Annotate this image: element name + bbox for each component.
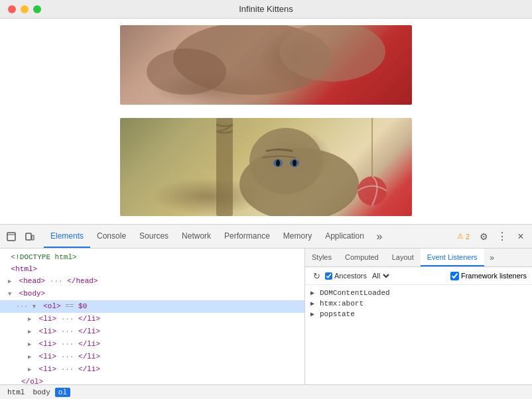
tab-network[interactable]: Network	[175, 225, 218, 248]
svg-point-8	[358, 176, 387, 205]
tab-performance[interactable]: Performance	[218, 225, 277, 248]
svg-point-7	[249, 128, 322, 194]
styles-tabs: Styles Computed Layout Event Listeners »	[305, 249, 532, 267]
elem-li-1[interactable]: ▶ <li> ··· </li>	[0, 313, 304, 325]
expand-arrow: ▶	[28, 327, 34, 337]
tab-styles[interactable]: Styles	[305, 249, 338, 266]
expand-arrow: ▶	[28, 339, 34, 350]
elem-li-4[interactable]: ▶ <li> ··· </li>	[0, 351, 304, 363]
inspect-icon-button[interactable]	[3, 228, 20, 245]
breadcrumb-ol[interactable]: ol	[55, 388, 70, 397]
framework-listeners-item: Framework listeners	[450, 272, 527, 280]
tab-application[interactable]: Application	[318, 225, 371, 248]
ancestors-label: Ancestors	[334, 272, 367, 280]
breadcrumb-bar: html body ol	[0, 384, 532, 399]
refresh-icon: ↻	[313, 271, 320, 281]
svg-point-12	[276, 160, 280, 166]
ancestors-checkbox-item: Ancestors	[325, 272, 367, 280]
settings-icon: ⚙	[480, 231, 488, 242]
expand-arrow: ▶	[8, 276, 15, 287]
elem-body[interactable]: ▼ <body>	[0, 288, 304, 300]
collapse-arrow-icon: ▶	[310, 310, 317, 318]
svg-rect-4	[120, 25, 412, 105]
close-devtools-icon: ×	[517, 231, 523, 243]
framework-listeners-checkbox[interactable]	[450, 272, 459, 280]
expand-arrow: ▼	[8, 289, 15, 300]
collapse-arrow-icon: ▶	[310, 289, 317, 297]
elements-panel[interactable]: <!DOCTYPE html> <html> ▶ <head> ··· </he…	[0, 249, 305, 384]
ancestors-checkbox[interactable]	[325, 272, 332, 280]
event-list: ▶ DOMContentLoaded ▶ htmx:abort ▶ popsta…	[305, 285, 532, 322]
window-controls	[8, 5, 41, 13]
cat-svg-2	[120, 118, 412, 216]
breadcrumb-body[interactable]: body	[29, 388, 53, 397]
close-button[interactable]	[8, 5, 16, 13]
more-options-icon: ⋮	[497, 230, 507, 243]
elem-li-3[interactable]: ▶ <li> ··· </li>	[0, 338, 304, 351]
more-tabs-button[interactable]: »	[371, 228, 388, 245]
more-styles-tabs-button[interactable]: »	[484, 249, 500, 266]
event-item-popstate[interactable]: ▶ popstate	[310, 309, 527, 319]
tab-event-listeners[interactable]: Event Listeners	[421, 249, 484, 266]
maximize-button[interactable]	[33, 5, 41, 13]
elem-html[interactable]: <html>	[0, 263, 304, 275]
collapse-arrow-icon: ▶	[310, 300, 317, 308]
devtools-tabs: Elements Console Sources Network Perform…	[44, 225, 453, 248]
ancestors-select[interactable]: All	[369, 271, 391, 280]
main-container: Elements Console Sources Network Perform…	[0, 19, 532, 399]
elem-ol-close[interactable]: </ol>	[0, 376, 304, 384]
styles-panel: Styles Computed Layout Event Listeners »	[305, 249, 532, 384]
cat-svg-1	[120, 25, 412, 105]
expand-arrow: ▶	[28, 365, 34, 375]
devtools-toolbar: Elements Console Sources Network Perform…	[0, 225, 532, 249]
elem-li-5[interactable]: ▶ <li> ··· </li>	[0, 363, 304, 376]
devtools-right-icons: ⚠ 2 ⚙ ⋮ ×	[453, 228, 529, 245]
event-listeners-toolbar: ↻ Ancestors All Framework listeners	[305, 267, 532, 285]
warning-triangle-icon: ⚠	[457, 232, 464, 241]
minimize-button[interactable]	[21, 5, 29, 13]
inspect-icon	[7, 232, 16, 241]
device-mode-icon-button[interactable]	[21, 228, 38, 245]
collapse-dots: ···	[16, 303, 28, 310]
cat-image-1	[120, 25, 412, 105]
chevron-right-icon: »	[490, 253, 494, 262]
devtools-body: <!DOCTYPE html> <html> ▶ <head> ··· </he…	[0, 249, 532, 384]
event-item-htmxabort[interactable]: ▶ htmx:abort	[310, 298, 527, 309]
elem-ol[interactable]: ··· ▼ <ol> == $0	[0, 300, 304, 313]
framework-listeners-label: Framework listeners	[461, 272, 527, 280]
cat-image-2	[120, 118, 412, 216]
svg-rect-17	[32, 235, 34, 240]
expand-arrow: ▶	[28, 352, 34, 363]
warning-badge: ⚠ 2	[453, 232, 474, 241]
more-options-icon-button[interactable]: ⋮	[494, 228, 511, 245]
svg-point-13	[293, 160, 297, 166]
event-item-domcontentloaded[interactable]: ▶ DOMContentLoaded	[310, 288, 527, 298]
svg-rect-16	[26, 233, 31, 240]
tab-layout[interactable]: Layout	[385, 249, 421, 266]
expand-arrow: ▼	[33, 302, 39, 312]
window-title: Infinite Kittens	[239, 4, 293, 14]
settings-icon-button[interactable]: ⚙	[475, 228, 492, 245]
svg-rect-14	[7, 233, 15, 241]
tab-console[interactable]: Console	[90, 225, 133, 248]
breadcrumb-html[interactable]: html	[4, 388, 28, 397]
devtools-left-icons	[3, 228, 38, 245]
refresh-button[interactable]: ↻	[310, 270, 322, 282]
title-bar: Infinite Kittens	[0, 0, 532, 19]
elem-doctype[interactable]: <!DOCTYPE html>	[0, 251, 304, 263]
tab-sources[interactable]: Sources	[133, 225, 175, 248]
devtools-panel: Elements Console Sources Network Perform…	[0, 224, 532, 399]
tab-elements[interactable]: Elements	[44, 225, 90, 248]
device-mode-icon	[25, 232, 34, 241]
elem-li-2[interactable]: ▶ <li> ··· </li>	[0, 325, 304, 338]
tab-computed[interactable]: Computed	[338, 249, 385, 266]
browser-content	[0, 19, 532, 224]
expand-arrow: ▶	[28, 314, 34, 325]
tab-memory[interactable]: Memory	[277, 225, 318, 248]
elem-head[interactable]: ▶ <head> ··· </head>	[0, 275, 304, 288]
close-devtools-button[interactable]: ×	[512, 228, 529, 245]
